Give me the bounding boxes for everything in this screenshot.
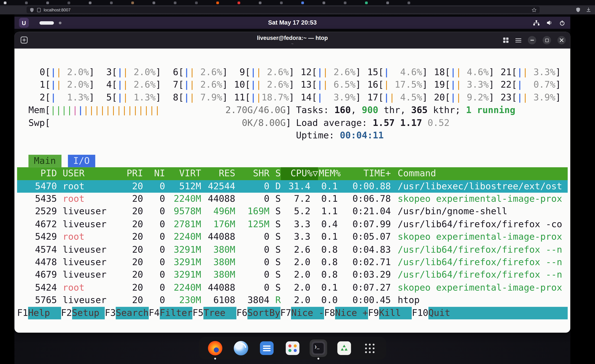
browser-tab[interactable]: [195, 1, 198, 4]
close-button[interactable]: [557, 36, 566, 44]
column-header-command[interactable]: Command: [391, 167, 568, 180]
browser-tab[interactable]: [110, 1, 113, 4]
column-header-cpu%[interactable]: CPU%▽: [281, 167, 318, 180]
column-header-shr[interactable]: SHR: [235, 167, 269, 180]
process-row[interactable]: 5429root2002240M440880S3.30.10:05.07skop…: [17, 231, 568, 243]
process-row[interactable]: 4672liveuser2002781M176M125MS3.30.40:07.…: [17, 218, 568, 231]
browser-tab[interactable]: [25, 1, 28, 4]
maximize-button[interactable]: [543, 36, 551, 44]
browser-tab-strip[interactable]: [0, 0, 595, 5]
browser-tab[interactable]: [4, 1, 7, 4]
tab-overview-icon[interactable]: [503, 37, 509, 43]
dock-firefox-button[interactable]: [206, 339, 224, 357]
column-header-pid[interactable]: PID: [17, 167, 57, 180]
browser-tab[interactable]: [174, 1, 176, 4]
fkey-kill[interactable]: F9Kill: [368, 307, 412, 319]
tasks-total: 160: [334, 105, 351, 115]
browser-tab[interactable]: [89, 1, 91, 4]
network-tree-icon[interactable]: [533, 20, 540, 25]
page-info-icon[interactable]: [37, 7, 41, 12]
bookmark-star-icon[interactable]: [531, 7, 537, 12]
system-status-area[interactable]: [533, 20, 565, 25]
browser-tab[interactable]: [386, 1, 389, 4]
privacy-shield-icon[interactable]: [576, 7, 581, 13]
process-row[interactable]: 4478liveuser2003291M380M0S2.00.80:02.71/…: [17, 256, 568, 269]
cpu-meter-9: 9[||2.6%]: [231, 66, 298, 79]
new-tab-button[interactable]: [21, 36, 28, 43]
window-subtitle: ~: [257, 42, 328, 46]
fkey-tree[interactable]: F5Tree: [192, 307, 236, 319]
running-indicator-dot: [214, 358, 216, 360]
fkey-setup[interactable]: F2Setup: [61, 307, 105, 319]
power-icon[interactable]: [559, 20, 565, 25]
url-text[interactable]: localhost:8007: [43, 7, 71, 12]
dock: ❯_: [199, 337, 386, 360]
terminal-body[interactable]: 0[||2.0%]3[||2.0%]6[||2.6%]9[||2.6%]12[|…: [14, 49, 570, 333]
column-header-user[interactable]: USER: [57, 167, 120, 180]
tab-io[interactable]: I/O: [68, 155, 95, 167]
browser-tab[interactable]: [344, 1, 347, 4]
browser-tab[interactable]: [152, 1, 155, 4]
browser-tab[interactable]: [238, 1, 240, 4]
maximize-glyph: [545, 38, 548, 42]
browser-tab[interactable]: [131, 1, 134, 4]
workspace-pill[interactable]: [40, 21, 54, 24]
dock-software-button[interactable]: [284, 339, 301, 357]
fkey-search[interactable]: F3Search: [105, 307, 149, 319]
fkey-filter[interactable]: F4Filter: [149, 307, 192, 319]
workspace-dot[interactable]: [59, 21, 62, 24]
column-header-ni[interactable]: NI: [143, 167, 165, 180]
remote-desktop: U Sat May 17 20:53 liveuser@fedora:~ — h…: [14, 14, 570, 364]
process-row[interactable]: 5424root2002240M440880S2.00.10:07.27skop…: [17, 281, 568, 294]
browser-tab[interactable]: [46, 1, 49, 4]
fkey-sortby[interactable]: F6SortBy: [236, 307, 280, 319]
process-row[interactable]: 2529liveuser2009578M496M169MS5.21.10:21.…: [17, 205, 568, 218]
column-header-pri[interactable]: PRI: [120, 167, 143, 180]
tab-main[interactable]: Main: [28, 155, 61, 167]
column-header-res[interactable]: RES: [201, 167, 235, 180]
dock-web-browser-button[interactable]: [232, 339, 249, 357]
fkey-help[interactable]: F1Help: [17, 307, 61, 319]
fkey-nice-[interactable]: F8Nice +: [324, 307, 368, 319]
column-header-mem%[interactable]: MEM%: [318, 167, 345, 180]
fkey-quit[interactable]: F10Quit: [412, 307, 568, 319]
cpu-meter-23: 23[||3.9%]: [497, 91, 564, 104]
browser-tab[interactable]: [259, 1, 262, 4]
cpu-meter-5: 5[||1.3%]: [98, 91, 164, 104]
browser-tab[interactable]: [67, 1, 70, 4]
minimize-button[interactable]: [528, 36, 536, 44]
dock-recycler-button[interactable]: [335, 339, 353, 357]
dock-terminal-button[interactable]: ❯_: [310, 339, 327, 357]
process-row[interactable]: 5435root2002240M440880S7.20.10:06.78skop…: [17, 193, 568, 205]
cpu-meter-2: 2[|1.3%]: [31, 91, 98, 104]
show-apps-icon: [365, 343, 375, 353]
column-header-s[interactable]: S: [269, 167, 281, 180]
load-15min: 0.52: [428, 118, 450, 128]
dock-show-apps-button[interactable]: [361, 339, 378, 357]
firefox-icon: [208, 341, 222, 355]
menu-icon[interactable]: [515, 38, 521, 43]
dock-files-button[interactable]: [258, 339, 275, 357]
column-header-time+[interactable]: TIME+: [345, 167, 391, 180]
volume-icon[interactable]: [546, 20, 553, 25]
browser-chrome: localhost:8007: [0, 0, 595, 14]
process-row[interactable]: 5765liveuser200230M61083804R2.00.00:00.4…: [17, 294, 568, 307]
browser-tab[interactable]: [216, 1, 219, 4]
shield-permissions-icon[interactable]: [29, 7, 34, 12]
fkey-nice-[interactable]: F7Nice -: [280, 307, 324, 319]
browser-tab[interactable]: [280, 1, 283, 4]
url-bar[interactable]: localhost:8007: [27, 7, 539, 13]
clock[interactable]: Sat May 17 20:53: [268, 19, 317, 26]
downloads-icon[interactable]: [586, 7, 591, 13]
column-header-virt[interactable]: VIRT: [165, 167, 201, 180]
process-row[interactable]: 5470root200512M425440D31.40.10:00.88/usr…: [17, 180, 568, 193]
process-row[interactable]: 4679liveuser2003291M380M0S2.00.80:03.29/…: [17, 269, 568, 281]
process-row[interactable]: 4574liveuser2003291M380M0S2.60.80:04.83/…: [17, 243, 568, 256]
browser-tab[interactable]: [323, 1, 325, 4]
browser-tab[interactable]: [365, 1, 368, 4]
cpu-meter-13: 13[||6.5%]: [298, 79, 364, 91]
browser-tab[interactable]: [301, 1, 304, 4]
browser-tab[interactable]: [408, 1, 410, 4]
app-badge[interactable]: U: [19, 18, 29, 28]
tasks-label: Tasks:: [296, 105, 334, 115]
